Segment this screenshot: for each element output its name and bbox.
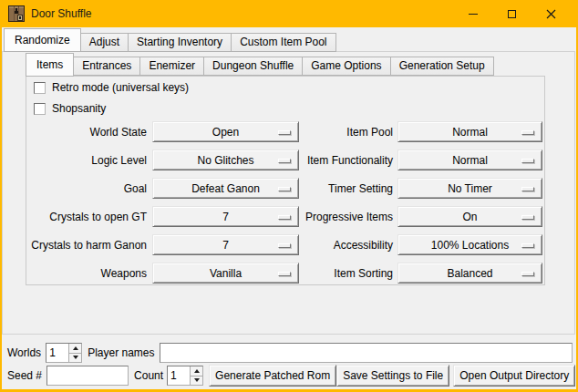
footer-row-2: Seed # Count Generate Patched Rom Save S… [7,365,573,387]
goal-value: Defeat Ganon [191,182,260,195]
items-panel: Retro mode (universal keys) Shopsanity W… [26,76,545,285]
maximize-icon [508,10,516,18]
dropdown-indicator-icon [521,159,534,163]
crystals-ganon-dropdown[interactable]: 7 [152,234,299,255]
item-functionality-row: Item Functionality Normal [294,150,546,170]
tab-randomize[interactable]: Randomize [4,28,81,52]
crystals-gt-dropdown[interactable]: 7 [152,206,299,227]
dropdown-indicator-icon [521,243,534,248]
worlds-spinbox[interactable] [46,343,82,363]
item-sorting-value: Balanced [447,267,492,280]
dropdown-indicator-icon [278,215,291,220]
logic-level-value: No Glitches [197,154,253,167]
tab-dungeon-shuffle[interactable]: Dungeon Shuffle [203,57,303,76]
spin-down-icon [194,378,200,382]
count-spinbox[interactable] [167,366,203,386]
save-settings-button[interactable]: Save Settings to File [336,365,449,387]
tab-items[interactable]: Items [26,53,74,77]
weapons-label: Weapons [26,267,147,280]
worlds-input[interactable] [46,344,68,362]
count-spin-up-button[interactable] [191,366,202,377]
goal-dropdown[interactable]: Defeat Ganon [152,178,299,199]
crystals-gt-label: Crystals to open GT [26,211,147,223]
dropdown-indicator-icon [521,130,534,135]
shopsanity-row: Shopsanity [34,102,106,115]
tab-adjust[interactable]: Adjust [80,33,129,52]
tab-game-options[interactable]: Game Options [302,57,390,76]
item-functionality-value: Normal [452,154,488,167]
retro-mode-row: Retro mode (universal keys) [34,81,189,94]
item-pool-value: Normal [452,126,488,139]
tab-entrances[interactable]: Entrances [73,57,140,76]
window-title: Door Shuffle [31,0,92,27]
worlds-spin-down-button[interactable] [69,354,81,363]
dropdown-indicator-icon [278,130,291,135]
crystals-ganon-label: Crystals to harm Ganon [26,239,147,252]
crystals-gt-value: 7 [222,211,229,223]
generate-rom-button[interactable]: Generate Patched Rom [209,365,336,387]
seed-input[interactable] [46,366,129,386]
progressive-items-label: Progressive Items [294,211,393,223]
accessibility-dropdown[interactable]: 100% Locations [397,234,542,255]
world-state-value: Open [212,126,239,139]
spin-up-icon [194,369,200,373]
timer-setting-label: Timer Setting [294,182,393,195]
retro-mode-label: Retro mode (universal keys) [52,81,189,94]
item-pool-dropdown[interactable]: Normal [397,121,542,142]
close-button[interactable] [532,0,571,27]
crystals-gt-row: Crystals to open GT 7 [26,206,304,227]
tab-custom-item-pool[interactable]: Custom Item Pool [231,33,335,52]
item-functionality-dropdown[interactable]: Normal [397,150,542,170]
secondary-tab-bar: Items Entrances Enemizer Dungeon Shuffle… [26,53,494,76]
weapons-dropdown[interactable]: Vanilla [152,263,299,284]
count-spin-down-button[interactable] [191,377,202,386]
dropdown-indicator-icon [278,187,291,191]
count-input[interactable] [168,366,190,385]
accessibility-label: Accessibility [294,239,393,252]
accessibility-row: Accessibility 100% Locations [294,234,546,255]
door-icon [8,5,25,22]
accessibility-value: 100% Locations [431,239,509,252]
dropdown-indicator-icon [278,159,291,163]
dropdown-indicator-icon [278,243,291,248]
tab-starting-inventory[interactable]: Starting Inventory [128,33,232,52]
timer-setting-row: Timer Setting No Timer [294,178,546,199]
shopsanity-checkbox[interactable] [34,103,46,115]
count-label: Count [134,369,163,382]
dropdown-indicator-icon [521,215,534,220]
tab-enemizer[interactable]: Enemizer [139,57,204,76]
primary-tab-bar: Randomize Adjust Starting Inventory Cust… [4,28,336,52]
worlds-spin-up-button[interactable] [69,344,81,354]
dropdown-indicator-icon [521,272,534,276]
logic-level-label: Logic Level [26,154,147,167]
progressive-items-dropdown[interactable]: On [397,206,542,227]
item-sorting-dropdown[interactable]: Balanced [397,263,542,284]
dropdown-indicator-icon [521,187,534,191]
logic-level-dropdown[interactable]: No Glitches [152,150,299,170]
spin-down-icon [73,356,78,359]
progressive-items-row: Progressive Items On [294,206,546,227]
item-pool-label: Item Pool [294,126,393,139]
timer-setting-dropdown[interactable]: No Timer [397,178,542,199]
maximize-button[interactable] [492,0,532,27]
player-names-input[interactable] [160,343,573,363]
minimize-icon [469,14,478,15]
tab-generation-setup[interactable]: Generation Setup [390,57,494,76]
weapons-value: Vanilla [210,267,242,280]
world-state-label: World State [26,126,147,139]
item-sorting-label: Item Sorting [294,267,393,280]
open-output-button[interactable]: Open Output Directory [453,365,575,387]
minimize-button[interactable] [453,0,492,27]
app-window: Door Shuffle Randomize Adjust Starting I… [0,0,578,392]
weapons-row: Weapons Vanilla [26,263,304,284]
retro-mode-checkbox[interactable] [34,82,46,94]
dropdown-indicator-icon [278,272,291,276]
timer-setting-value: No Timer [448,182,492,195]
goal-label: Goal [26,182,147,195]
window-content: Randomize Adjust Starting Inventory Cust… [2,27,576,389]
item-pool-row: Item Pool Normal [294,121,546,142]
spin-up-icon [73,346,78,350]
titlebar: Door Shuffle [0,0,578,27]
world-state-dropdown[interactable]: Open [152,121,299,142]
seed-label: Seed # [7,369,42,382]
